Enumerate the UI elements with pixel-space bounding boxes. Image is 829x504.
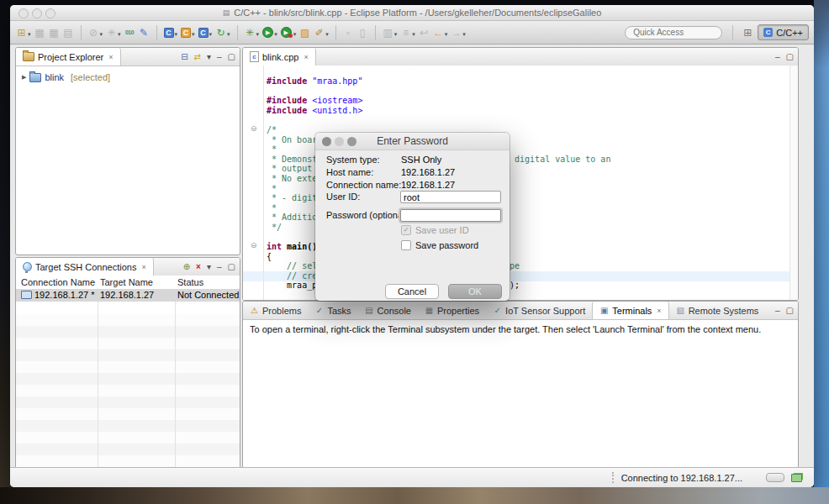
column-header-2[interactable]: Target Name xyxy=(100,277,153,287)
quick-access-input[interactable] xyxy=(625,26,722,39)
window-title: C/C++ - blink/src/blink.cpp - Eclipse Pl… xyxy=(234,8,601,18)
tab-tasks[interactable]: ✓Tasks xyxy=(308,302,357,319)
print-button[interactable]: ▤ xyxy=(62,26,75,39)
window-minimize-button[interactable] xyxy=(32,8,42,18)
tab-iot-sensor-support[interactable]: ✓IoT Sensor Support xyxy=(486,302,592,319)
skip-all-breakpoints-dropdown-arrow[interactable]: ▾ xyxy=(100,31,103,38)
editor-scrollbar[interactable] xyxy=(789,66,798,300)
profile-dropdown-arrow[interactable]: ▾ xyxy=(293,31,297,38)
new-c-file-button[interactable]: C▾ xyxy=(198,26,214,39)
dialog-close-button[interactable] xyxy=(322,137,331,146)
dialog-titlebar[interactable]: Enter Password xyxy=(315,133,510,150)
debug-dropdown-arrow[interactable]: ▾ xyxy=(256,31,260,38)
tab-terminals[interactable]: ▣Terminals× xyxy=(592,302,668,319)
tab-target-ssh-connections[interactable]: Target SSH Connections × xyxy=(16,258,154,276)
connection-table-row[interactable]: 192.168.1.27 *192.168.1.27Not Connected xyxy=(16,289,240,302)
minimize-button[interactable]: – xyxy=(775,52,780,62)
new-connection-button[interactable]: ⊕ xyxy=(183,262,190,272)
back-button[interactable]: ←▾ xyxy=(432,26,449,39)
remote-system-status-icon[interactable] xyxy=(791,474,802,482)
open-perspective-button[interactable]: ⊞ xyxy=(743,27,752,39)
column-header-1[interactable]: Connection Name xyxy=(21,277,95,287)
user-id-field[interactable] xyxy=(400,191,501,203)
search-button[interactable]: ✐▾ xyxy=(313,26,330,39)
back-dropdown-arrow[interactable]: ▾ xyxy=(445,31,448,38)
run-dropdown-arrow[interactable]: ▾ xyxy=(274,31,277,38)
forward-button[interactable]: →▾ xyxy=(450,26,467,39)
toggle-comment-button[interactable]: ✎ xyxy=(138,26,150,39)
save-user-id-checkbox[interactable]: ✓Save user ID xyxy=(401,225,469,235)
build-all-dropdown-arrow[interactable]: ▾ xyxy=(118,31,121,38)
column-header-3[interactable]: Status xyxy=(177,277,203,287)
new-wizard-dropdown-arrow[interactable]: ▾ xyxy=(28,31,31,38)
fold-marker-icon[interactable]: ⊖ xyxy=(251,125,257,133)
minimize-button[interactable]: – xyxy=(775,306,780,316)
forward-dropdown-arrow[interactable]: ▾ xyxy=(462,31,466,38)
dialog-minimize-button[interactable] xyxy=(335,137,344,146)
profile-button[interactable]: ▶▾ xyxy=(280,26,298,39)
new-c-file-dropdown-arrow[interactable]: ▾ xyxy=(209,31,213,38)
dialog-zoom-button[interactable] xyxy=(347,137,356,146)
window-close-button[interactable] xyxy=(18,8,29,18)
ok-button[interactable]: OK xyxy=(448,284,502,299)
close-icon[interactable]: × xyxy=(304,53,308,61)
cpp-perspective-button[interactable]: C C/C++ xyxy=(758,24,809,40)
pin-editor-button[interactable]: ▫ xyxy=(342,26,355,39)
minimize-button[interactable]: – xyxy=(217,262,222,272)
show-whitespace-button[interactable]: ▯ xyxy=(356,26,369,39)
save-button[interactable]: ▦ xyxy=(34,26,46,39)
progress-indicator-icon[interactable] xyxy=(766,473,784,482)
maximize-button[interactable]: ▢ xyxy=(228,52,235,62)
new-c-project-dropdown-arrow[interactable]: ▾ xyxy=(175,31,178,38)
maximize-button[interactable]: ▢ xyxy=(786,306,794,316)
password-optional-field[interactable] xyxy=(400,209,501,222)
debug-button[interactable]: ✳▾ xyxy=(244,26,261,39)
toggle-block-selection-dropdown-arrow[interactable]: ▾ xyxy=(394,31,398,38)
table-empty-row xyxy=(16,326,240,338)
view-menu-button[interactable]: ▾ xyxy=(207,262,211,272)
tab-console[interactable]: ▤Console xyxy=(358,302,418,319)
maximize-button[interactable]: ▢ xyxy=(786,52,794,62)
link-with-editor-button[interactable]: ⇄ xyxy=(194,52,201,62)
window-titlebar[interactable]: ▤ C/C++ - blink/src/blink.cpp - Eclipse … xyxy=(10,5,814,21)
minimize-button[interactable]: – xyxy=(217,52,222,62)
tab-project-explorer[interactable]: Project Explorer × xyxy=(16,48,121,66)
tab-remote-systems[interactable]: ▧Remote Systems xyxy=(669,302,766,319)
search-dropdown-arrow[interactable]: ▾ xyxy=(325,31,329,38)
tab-problems[interactable]: ⚠Problems xyxy=(243,302,308,319)
refresh-button[interactable]: ↻▾ xyxy=(214,26,231,39)
binary-editor-button[interactable]: 010 xyxy=(124,26,136,39)
run-button[interactable]: ▶▾ xyxy=(261,26,278,39)
new-wizard-button[interactable]: ⊞▾ xyxy=(15,26,32,39)
build-all-button[interactable]: ✳▾ xyxy=(105,26,122,39)
expand-arrow-icon[interactable]: ▶ xyxy=(22,74,26,81)
refresh-dropdown-arrow[interactable]: ▾ xyxy=(227,31,230,38)
statusbar-grip-icon xyxy=(612,472,614,483)
last-edit-location-button[interactable]: ↩ xyxy=(418,26,430,39)
collapse-all-button[interactable]: ⊟ xyxy=(181,52,187,62)
view-menu-button[interactable]: ▾ xyxy=(207,52,211,62)
new-cpp-class-button[interactable]: C▾ xyxy=(180,26,196,39)
close-icon[interactable]: × xyxy=(141,263,145,271)
save-all-button[interactable]: ▦ xyxy=(48,26,61,39)
maximize-button[interactable]: ▢ xyxy=(228,262,235,272)
tree-item-blink[interactable]: ▶ blink [selected] xyxy=(16,66,240,82)
window-zoom-button[interactable] xyxy=(45,8,55,18)
close-icon[interactable]: × xyxy=(657,307,661,315)
mark-occurrences-button[interactable]: ≡▾ xyxy=(399,26,416,39)
save-password-checkbox[interactable]: Save password xyxy=(401,240,478,250)
save-all-icon: ▦ xyxy=(49,27,60,39)
delete-connection-button[interactable]: × xyxy=(196,262,201,272)
close-icon[interactable]: × xyxy=(108,53,113,61)
cancel-button[interactable]: Cancel xyxy=(385,284,439,299)
new-cpp-class-dropdown-arrow[interactable]: ▾ xyxy=(192,31,195,38)
tab-blink-cpp[interactable]: c blink.cpp × xyxy=(243,48,316,66)
toggle-block-selection-button[interactable]: ▥▾ xyxy=(382,26,399,39)
new-c-project-button[interactable]: C▾ xyxy=(163,26,179,39)
tree-item-annotation: [selected] xyxy=(71,72,110,82)
open-resource-button[interactable]: ▨ xyxy=(298,26,311,39)
tab-properties[interactable]: ▦Properties xyxy=(418,302,486,319)
skip-all-breakpoints-button[interactable]: ⊘▾ xyxy=(87,26,104,39)
mark-occurrences-dropdown-arrow[interactable]: ▾ xyxy=(412,31,415,38)
fold-marker-icon[interactable]: ⊖ xyxy=(251,242,257,249)
